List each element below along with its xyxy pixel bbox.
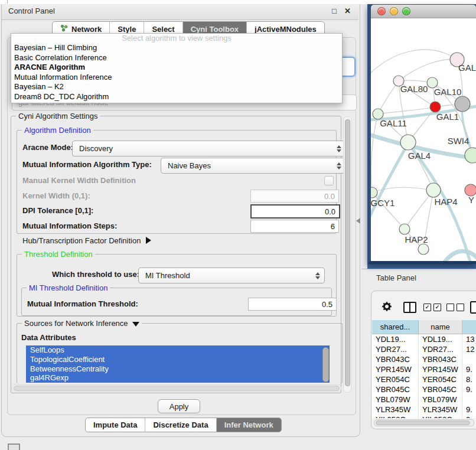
- top-strip: [0, 0, 476, 4]
- checked-box-icon: ✓: [433, 304, 441, 311]
- table-horizontal-scrollbar[interactable]: [374, 419, 474, 426]
- attributes-scrollbar[interactable]: [322, 347, 329, 382]
- minimize-window-icon[interactable]: [390, 7, 398, 15]
- algorithm-option[interactable]: Bayesian – K2: [11, 82, 342, 92]
- select-all-checkboxes-icon[interactable]: ✓ ✓: [423, 304, 441, 311]
- manual-kernel-checkbox[interactable]: [324, 176, 334, 185]
- table-row[interactable]: YPR145WYPR145W9.: [372, 364, 476, 374]
- cell: YDL19...: [372, 334, 419, 344]
- node-label: GAL1: [436, 112, 459, 122]
- algorithm-option[interactable]: Dream8 DC_TDC Algorithm: [11, 92, 342, 102]
- document-icon[interactable]: [470, 301, 476, 314]
- mi-type-select[interactable]: Naive Bayes: [161, 158, 346, 174]
- network-node[interactable]: [400, 135, 416, 150]
- apply-button[interactable]: Apply: [158, 399, 200, 413]
- algorithm-option[interactable]: Mutual Information Inference: [11, 73, 342, 83]
- node-label: GCY1: [371, 198, 395, 208]
- table-row[interactable]: YBL079WYBL079W: [372, 394, 476, 405]
- network-node[interactable]: [465, 184, 476, 196]
- network-node[interactable]: [418, 244, 429, 255]
- apply-button-label: Apply: [169, 402, 189, 411]
- deselect-all-checkboxes-icon[interactable]: [446, 304, 464, 311]
- gear-icon[interactable]: [382, 301, 392, 314]
- network-node[interactable]: [426, 183, 441, 197]
- settings-vertical-scrollbar[interactable]: [343, 116, 351, 393]
- attribute-item[interactable]: SelfLoops: [26, 345, 330, 355]
- unchecked-box-icon: [446, 304, 454, 311]
- column-header-name[interactable]: name: [419, 320, 462, 334]
- unchecked-box-icon: [457, 304, 464, 311]
- tab-jactivemnodules-label: jActiveMNodules: [255, 25, 317, 34]
- table-row[interactable]: YDR27...YDR27...12: [372, 344, 476, 354]
- tab-impute-data[interactable]: Impute Data: [86, 418, 145, 432]
- mi-threshold-field[interactable]: 0.5: [248, 298, 337, 311]
- tab-network-label: Network: [71, 25, 102, 34]
- split-columns-icon[interactable]: [403, 302, 416, 313]
- mi-steps-value: 6: [331, 222, 335, 231]
- cyni-settings-title: Cyni Algorithm Settings: [16, 112, 100, 120]
- table-row[interactable]: YBR043CYBR043C: [372, 354, 476, 364]
- kernel-width-value: 0.0: [324, 192, 335, 201]
- node-label: HAP2: [405, 234, 428, 244]
- network-node[interactable]: [430, 102, 441, 112]
- attribute-item[interactable]: gal4RGexp: [26, 373, 330, 383]
- which-threshold-select[interactable]: MI Threshold: [138, 268, 325, 283]
- cell: YDR27...: [419, 344, 462, 354]
- table-row[interactable]: YBR045CYBR045C9.: [372, 384, 476, 394]
- network-node[interactable]: [399, 224, 410, 234]
- tab-cyni-toolbox-label: Cyni Toolbox: [191, 25, 239, 34]
- mi-threshold-value: 0.5: [322, 300, 332, 309]
- attribute-item[interactable]: BetweennessCentrality: [26, 364, 330, 374]
- settings-horizontal-scrollbar[interactable]: [12, 384, 341, 392]
- network-node[interactable]: [455, 96, 470, 112]
- table-row[interactable]: YDL19...YDL19...13: [372, 334, 476, 344]
- table-header-row: shared... name: [372, 320, 476, 334]
- cell: YIL052C: [372, 415, 419, 418]
- cell: YBR045C: [372, 384, 419, 394]
- network-canvas[interactable]: GAL GAL80 GAL10 GAL1 GAL11 GAL4 SWI4 GCY…: [371, 18, 476, 261]
- tab-infer-network[interactable]: Infer Network: [216, 418, 281, 432]
- network-icon: [60, 24, 68, 34]
- float-panel-icon[interactable]: □: [332, 6, 337, 15]
- close-panel-icon[interactable]: ✕: [344, 6, 351, 15]
- network-node[interactable]: [465, 148, 476, 163]
- cell: YPR145W: [419, 364, 462, 374]
- algorithm-option-selected[interactable]: ARACNE Algorithm: [11, 63, 342, 73]
- network-window-titlebar[interactable]: [371, 5, 476, 18]
- cell: 9.: [462, 364, 476, 374]
- kernel-width-field[interactable]: 0.0: [250, 190, 339, 203]
- tab-style-label: Style: [118, 25, 136, 34]
- algorithm-option[interactable]: Bayesian – Hill Climbing: [11, 43, 342, 53]
- column-header-partial[interactable]: [462, 320, 476, 334]
- table-row[interactable]: YLR345WYLR345W9.: [372, 405, 476, 415]
- tab-discretize-data[interactable]: Discretize Data: [145, 418, 216, 432]
- cell: YBL079W: [419, 394, 462, 405]
- stepper-arrows-icon: [315, 272, 320, 279]
- expander-right-icon: [146, 237, 151, 244]
- table-row[interactable]: YER054CYER054C8.: [372, 374, 476, 384]
- stepper-arrows-icon: [337, 145, 341, 152]
- close-window-icon[interactable]: [377, 7, 386, 15]
- node-label: HAP4: [434, 197, 457, 207]
- table-row[interactable]: YIL052CYIL052C9: [372, 415, 476, 418]
- pane-divider-handle[interactable]: [356, 218, 360, 224]
- tab-discretize-data-label: Discretize Data: [153, 420, 208, 429]
- top-tick: [7, 0, 8, 4]
- dpi-tolerance-field[interactable]: 0.0: [250, 204, 340, 219]
- mi-type-label: Mutual Information Algorithm Type:: [22, 157, 152, 172]
- hub-definition-expander[interactable]: Hub/Transcription Factor Definition: [22, 236, 151, 245]
- zoom-window-icon[interactable]: [402, 7, 410, 15]
- aracne-mode-select[interactable]: Discovery: [72, 141, 346, 156]
- mi-steps-label: Mutual Information Steps:: [22, 220, 117, 233]
- minimized-panel-grip[interactable]: [8, 444, 20, 450]
- mi-steps-field[interactable]: 6: [250, 220, 339, 233]
- cell: YBR043C: [419, 354, 462, 364]
- sources-title-text: Sources for Network Inference: [24, 319, 128, 328]
- attribute-item[interactable]: TopologicalCoefficient: [26, 355, 330, 364]
- cell: YER054C: [372, 374, 419, 384]
- algorithm-option[interactable]: Basic Correlation Inference: [11, 53, 342, 63]
- network-node[interactable]: [371, 187, 377, 198]
- aracne-mode-label: Aracne Mode:: [22, 140, 73, 155]
- column-header-shared-name[interactable]: shared...: [372, 320, 419, 334]
- cell: YLR345W: [419, 405, 462, 415]
